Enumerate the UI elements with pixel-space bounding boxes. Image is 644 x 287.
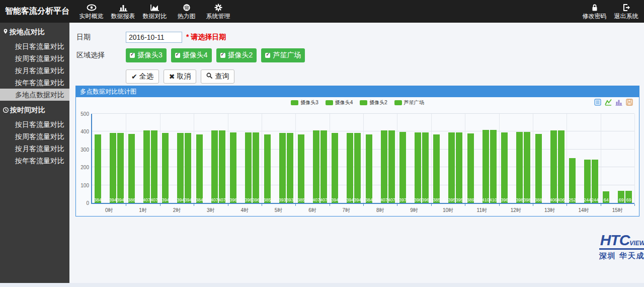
- bar-摄像头3-9时[interactable]: [399, 132, 406, 203]
- x-axis-tick-mark: [228, 204, 228, 206]
- bar-摄像头2-9时[interactable]: [415, 132, 421, 203]
- sidebar-item-monthly-by-time[interactable]: 按月客流量对比: [0, 142, 69, 155]
- select-all-button[interactable]: ✔ 全选: [126, 69, 159, 84]
- bar-摄像头3-14时[interactable]: [569, 158, 576, 203]
- legend-item-lusheng-square[interactable]: 芦笙广场: [394, 99, 424, 106]
- area-toggle-lusheng-square[interactable]: 芦笙广场: [261, 48, 305, 62]
- bar-摄像头2-13时[interactable]: [550, 130, 557, 203]
- sidebar-item-yearly-by-location[interactable]: 按年客流量对比: [0, 77, 69, 89]
- query-button[interactable]: 查询: [201, 69, 234, 84]
- checkbox-checked-icon: [130, 53, 135, 58]
- bar-slot: 386: [128, 114, 135, 203]
- sidebar-item-multipoint-compare[interactable]: 多地点数据对比: [0, 89, 69, 101]
- bar-芦笙广场-12时[interactable]: [524, 132, 530, 203]
- bar-摄像头2-14时[interactable]: [584, 160, 591, 203]
- nav-item-heatmap[interactable]: 热力图: [171, 2, 202, 21]
- bar-slot: 394: [117, 114, 124, 203]
- bar-group-6时: 3850407407: [295, 114, 329, 203]
- bar-摄像头3-11时[interactable]: [467, 133, 474, 203]
- bar-摄像头3-6时[interactable]: [298, 134, 304, 203]
- x-axis-tick-label: 6时: [295, 207, 329, 214]
- horizontal-scrollbar-track[interactable]: [0, 283, 644, 287]
- bar-芦笙广场-5时[interactable]: [287, 133, 293, 203]
- bar-芦笙广场-14时[interactable]: [592, 160, 598, 203]
- bar-摄像头3-1时[interactable]: [128, 134, 135, 203]
- bar-芦笙广场-9时[interactable]: [422, 132, 429, 203]
- sidebar-section-by-location[interactable]: 按地点对比: [0, 23, 69, 40]
- bar-芦笙广场-13时[interactable]: [558, 130, 565, 203]
- bar-摄像头3-4时[interactable]: [230, 132, 236, 203]
- bar-摄像头2-6时[interactable]: [313, 130, 319, 203]
- sidebar-item-daily-by-location[interactable]: 按日客流量对比: [0, 40, 69, 52]
- bar-芦笙广场-1时[interactable]: [151, 130, 157, 203]
- bar-摄像头2-7时[interactable]: [347, 133, 353, 203]
- area-toggle-camera4[interactable]: 摄像头4: [171, 48, 212, 62]
- bar-摄像头2-8时[interactable]: [381, 130, 387, 203]
- top-navbar: 智能客流分析平台 实时概览 数据报表 数据对比 热力图: [0, 0, 644, 23]
- bar-芦笙广场-7时[interactable]: [354, 133, 361, 203]
- bar-摄像头3-0时[interactable]: [95, 134, 101, 203]
- area-toggle-camera2[interactable]: 摄像头2: [216, 48, 257, 62]
- bar-摄像头3-2时[interactable]: [162, 133, 169, 203]
- bar-value-label: 394: [117, 197, 124, 202]
- sidebar-item-daily-by-time[interactable]: 按日客流量对比: [0, 118, 69, 130]
- bar-芦笙广场-8时[interactable]: [388, 130, 395, 203]
- bar-摄像头3-7时[interactable]: [332, 133, 338, 203]
- nav-item-realtime-overview[interactable]: 实时概览: [75, 2, 107, 21]
- nav-item-data-compare[interactable]: 数据对比: [139, 2, 171, 21]
- bar-摄像头2-4时[interactable]: [245, 132, 252, 203]
- sidebar-item-yearly-by-time[interactable]: 按年客流量对比: [0, 155, 69, 167]
- bar-摄像头3-5时[interactable]: [264, 134, 271, 203]
- bar-摄像头2-11时[interactable]: [482, 130, 489, 203]
- bar-value-label: 406: [557, 197, 565, 202]
- bar-摄像头3-8时[interactable]: [366, 134, 372, 203]
- bar-value-label: 252: [569, 197, 576, 202]
- bar-摄像头3-3时[interactable]: [196, 134, 203, 203]
- sidebar-item-monthly-by-location[interactable]: 按月客流量对比: [0, 64, 69, 77]
- nav-item-logout[interactable]: 退出系统: [610, 2, 642, 21]
- bar-芦笙广场-2时[interactable]: [185, 133, 191, 203]
- bar-芦笙广场-10时[interactable]: [456, 132, 462, 203]
- area-toggle-camera3[interactable]: 摄像头3: [126, 48, 167, 62]
- bar-摄像头2-3时[interactable]: [211, 130, 218, 203]
- bar-摄像头2-0时[interactable]: [110, 133, 116, 203]
- bar-slot: 385: [298, 114, 304, 203]
- main-content: 日期 * 请选择日期 区域选择 摄像头3 摄像头4 摄像头2 芦笙广场: [69, 23, 644, 283]
- bar-芦笙广场-3时[interactable]: [219, 130, 225, 203]
- bar-芦笙广场-11时[interactable]: [490, 130, 497, 203]
- bar-摄像头2-2时[interactable]: [177, 133, 184, 203]
- bar-摄像头2-5时[interactable]: [279, 133, 286, 203]
- cancel-button[interactable]: ✖ 取消: [164, 69, 197, 84]
- bar-摄像头3-13时[interactable]: [535, 134, 542, 203]
- sidebar-item-weekly-by-time[interactable]: 按周客流量对比: [0, 130, 69, 142]
- sidebar-section-by-time[interactable]: 按时间对比: [0, 101, 69, 118]
- nav-item-data-report[interactable]: 数据报表: [107, 2, 139, 21]
- bar-value-label: 384: [365, 197, 373, 202]
- nav-item-system-admin[interactable]: 系统管理: [202, 2, 234, 21]
- bar-芦笙广场-0时[interactable]: [117, 133, 124, 203]
- line-chart-type-icon[interactable]: [605, 99, 612, 108]
- bar-chart-type-icon[interactable]: [615, 99, 622, 108]
- data-view-icon[interactable]: [594, 99, 601, 108]
- bar-芦笙广场-6时[interactable]: [320, 130, 327, 203]
- nav-item-change-password[interactable]: 修改密码: [579, 2, 610, 21]
- y-axis-tick-label: 0: [76, 200, 89, 206]
- bar-摄像头2-1时[interactable]: [143, 130, 150, 203]
- bar-slot: 69: [618, 114, 624, 203]
- x-axis-tick-mark: [499, 204, 500, 206]
- x-axis-tick-mark: [330, 204, 330, 206]
- legend-item-camera4[interactable]: 摄像头4: [326, 99, 353, 106]
- bar-摄像头2-12时[interactable]: [516, 132, 523, 203]
- bar-摄像头3-10时[interactable]: [433, 134, 440, 203]
- legend-item-camera2[interactable]: 摄像头2: [360, 99, 387, 106]
- bar-value-label: 394: [346, 197, 354, 202]
- bar-摄像头3-12时[interactable]: [501, 132, 508, 203]
- save-image-icon[interactable]: [626, 99, 633, 108]
- legend-item-camera3[interactable]: 摄像头3: [291, 99, 318, 106]
- x-axis-tick-mark: [533, 204, 533, 206]
- sidebar-item-weekly-by-location[interactable]: 按周客流量对比: [0, 52, 69, 64]
- bar-芦笙广场-4时[interactable]: [253, 132, 259, 203]
- date-input[interactable]: [126, 32, 182, 43]
- bar-摄像头2-10时[interactable]: [448, 132, 455, 203]
- bar-slot: 397: [399, 114, 406, 203]
